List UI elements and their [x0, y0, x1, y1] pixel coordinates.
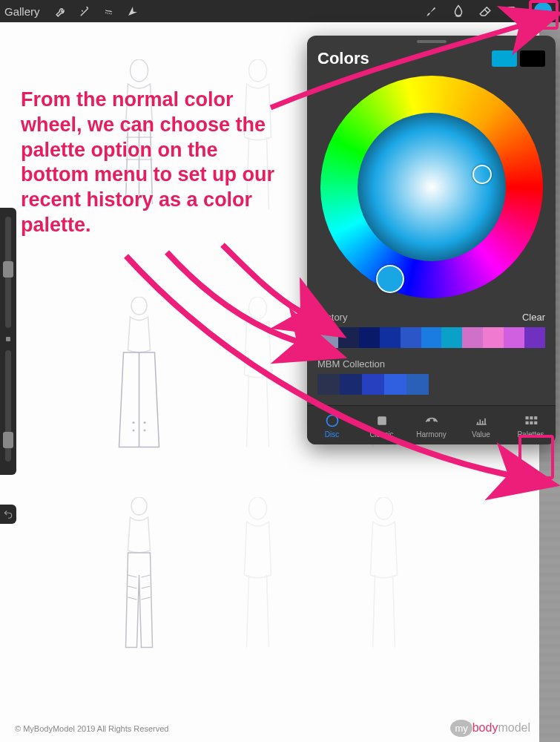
croquis-sketch: [104, 497, 174, 653]
history-swatch[interactable]: [317, 327, 338, 348]
smudge-icon[interactable]: [449, 1, 468, 21]
wrench-icon[interactable]: [52, 1, 71, 21]
croquis-sketch: [104, 297, 174, 453]
colors-panel: Colors History Clear MBM Collection Disc…: [307, 36, 556, 444]
disc-icon: [307, 413, 357, 428]
color-panel-tabbar: DiscClassicHarmonyValuePalettes: [307, 405, 556, 444]
toolbar-left-group: Gallery: [4, 1, 142, 21]
tab-label: Palettes: [517, 430, 544, 439]
collection-swatches: [307, 372, 556, 405]
secondary-color-swatch[interactable]: [520, 50, 545, 67]
brush-icon[interactable]: [422, 1, 441, 21]
history-swatch[interactable]: [401, 327, 421, 348]
svg-point-4: [131, 297, 147, 315]
copyright-text: © MyBodyModel 2019 All Rights Reserved: [15, 724, 168, 733]
slider-thumb[interactable]: [3, 261, 13, 278]
classic-icon: [357, 413, 406, 428]
svg-rect-15: [378, 416, 386, 425]
svg-point-3: [249, 59, 267, 82]
annotation-text: From the normal color wheel, we can choo…: [21, 88, 288, 238]
history-swatches: [307, 326, 556, 355]
svg-point-8: [144, 421, 146, 424]
history-swatch[interactable]: [338, 327, 359, 348]
svg-point-14: [326, 416, 337, 427]
collection-label: MBM Collection: [307, 355, 556, 372]
harmony-icon: [406, 413, 456, 428]
svg-point-17: [433, 419, 435, 421]
svg-point-9: [249, 297, 267, 319]
svg-point-13: [375, 497, 393, 519]
transform-arrow-icon[interactable]: [123, 1, 142, 21]
tab-classic[interactable]: Classic: [357, 406, 406, 444]
svg-point-12: [249, 497, 267, 519]
brand-logo: mybodymodel: [450, 721, 530, 735]
svg-rect-20: [534, 416, 537, 419]
svg-point-6: [133, 421, 135, 424]
svg-point-7: [144, 430, 146, 432]
gallery-button[interactable]: Gallery: [4, 5, 40, 18]
brush-opacity-slider[interactable]: [5, 350, 11, 462]
saturation-value-disc[interactable]: [358, 113, 506, 261]
history-swatch[interactable]: [483, 327, 504, 348]
svg-point-16: [427, 419, 429, 421]
modify-button[interactable]: [6, 337, 10, 341]
undo-button[interactable]: [0, 505, 16, 524]
history-swatch[interactable]: [462, 327, 483, 348]
svg-rect-21: [525, 421, 528, 424]
annotation-highlight-color-button: [529, 0, 559, 30]
collection-swatch[interactable]: [362, 374, 384, 395]
collection-swatch[interactable]: [406, 374, 429, 395]
panel-title: Colors: [317, 49, 369, 68]
history-swatch[interactable]: [421, 327, 442, 348]
layers-icon[interactable]: [502, 1, 521, 21]
collection-swatch[interactable]: [384, 374, 406, 395]
history-label: History: [317, 312, 347, 323]
svg-point-2: [131, 59, 148, 82]
history-swatch[interactable]: [504, 327, 524, 348]
current-color-swatch[interactable]: [492, 50, 517, 67]
tab-value[interactable]: Value: [456, 406, 506, 444]
svg-point-11: [131, 497, 147, 515]
svg-point-5: [133, 430, 135, 432]
hue-marker[interactable]: [376, 265, 404, 293]
top-toolbar: Gallery: [0, 0, 560, 22]
eraser-icon[interactable]: [475, 1, 495, 21]
svg-rect-18: [525, 416, 528, 419]
tab-disc[interactable]: Disc: [307, 406, 357, 444]
tab-label: Classic: [369, 430, 393, 439]
sv-marker[interactable]: [472, 165, 492, 184]
tab-label: Harmony: [416, 430, 447, 439]
history-swatch[interactable]: [441, 327, 462, 348]
value-icon: [456, 413, 506, 428]
svg-rect-23: [534, 421, 537, 424]
clear-history-button[interactable]: Clear: [522, 312, 545, 323]
history-swatch[interactable]: [359, 327, 380, 348]
collection-swatch[interactable]: [340, 374, 362, 395]
tab-palettes[interactable]: Palettes: [506, 406, 556, 444]
palettes-icon: [506, 413, 556, 428]
collection-swatch[interactable]: [317, 374, 340, 395]
history-swatch[interactable]: [380, 327, 401, 348]
selection-icon[interactable]: [99, 1, 119, 21]
slider-thumb[interactable]: [3, 432, 13, 448]
svg-rect-19: [530, 416, 533, 419]
svg-rect-1: [510, 10, 517, 16]
color-wheel[interactable]: [320, 76, 543, 298]
tab-harmony[interactable]: Harmony: [406, 406, 456, 444]
wand-icon[interactable]: [76, 1, 95, 21]
brush-size-slider[interactable]: [5, 217, 11, 328]
tab-label: Disc: [325, 430, 339, 439]
side-slider-panel: [0, 208, 16, 475]
svg-rect-22: [530, 421, 533, 424]
history-swatch[interactable]: [524, 327, 545, 348]
tab-label: Value: [472, 430, 490, 439]
